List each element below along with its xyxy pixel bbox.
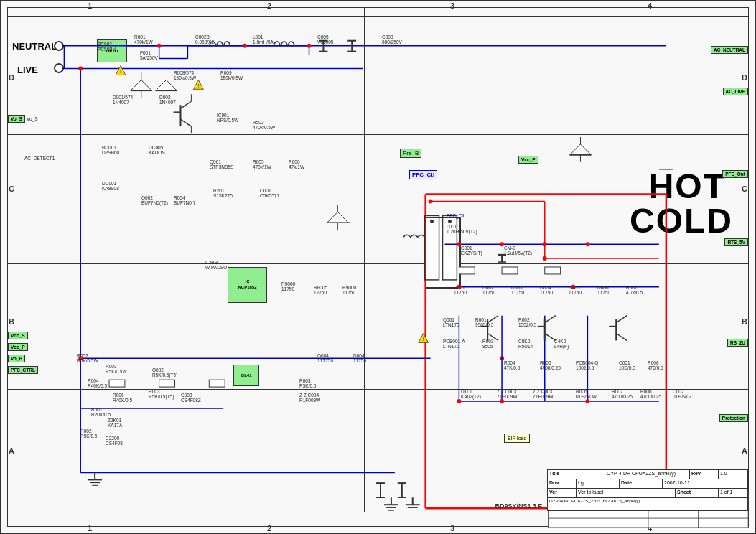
- svg-point-84: [429, 200, 433, 204]
- label-pfc-ctl: PFC_Ctl: [447, 213, 465, 218]
- signal-vcc-p: Vcc_P: [8, 343, 28, 351]
- comp-r23: R004R40K/0.5: [88, 378, 107, 388]
- signal-pfc-out: PFC_Out: [722, 170, 748, 178]
- comp-r7: R201S15K275: [213, 188, 233, 198]
- comp-r5: R005470k/1W: [253, 159, 271, 169]
- comp-q2: Q002BUF7N0(T2): [141, 195, 168, 205]
- comp-r10: R800512750: [314, 285, 327, 295]
- comp-d6: D00411750: [540, 285, 553, 295]
- signal-ac-live: AC_LIVE: [723, 88, 748, 95]
- ic-chip-pwm: ICNCP1652: [228, 267, 267, 303]
- comp-ic2: IC/BRW PADSO: [205, 260, 227, 270]
- comp-d10: Z2K01KA17A: [108, 418, 122, 428]
- comp-r2: R008/574150k/0.5W: [174, 70, 196, 80]
- comp-c6: C001EKZYS(T): [461, 245, 482, 256]
- comp-l2: L0011.2uH/50V(T2): [447, 224, 477, 234]
- comp-d11: D00411750: [353, 353, 366, 363]
- hot-label: HOT: [649, 167, 726, 206]
- comp-c13: C00201F7V0Z: [673, 389, 692, 399]
- comp-r4: R503470k/0.5W: [253, 120, 275, 130]
- comp-c14: C2200CS4F08: [106, 436, 123, 446]
- svg-rect-76: [209, 380, 225, 387]
- comp-d5: D00311750: [511, 285, 524, 295]
- comp-fuse: F0015A/250V: [140, 50, 158, 60]
- comp-r12: R0019505/0.5: [475, 317, 493, 327]
- comp-r18: R008470/0.5: [648, 360, 663, 370]
- svg-marker-54: [419, 334, 429, 343]
- rev-val: 1.0: [719, 470, 747, 479]
- comp-c3: C008680/250V: [382, 34, 402, 44]
- svg-marker-56: [327, 212, 348, 222]
- live-label: LIVE: [17, 65, 38, 75]
- col-marker-2-top: 2: [267, 1, 271, 10]
- cold-label: COLD: [630, 201, 733, 240]
- comp-c2: C005V66005: [317, 34, 333, 44]
- comp-d1: D001/5741N4007: [113, 95, 133, 105]
- schematic-container: 1 2 3 4 1 2 3 4 D C B A D C B A NEUTRAL …: [0, 0, 756, 534]
- neutral-terminal: [54, 41, 64, 51]
- row-marker-c-left: C: [9, 184, 14, 193]
- comp-q1: Q001STP3NB5S: [210, 159, 233, 169]
- svg-line-104: [616, 316, 627, 323]
- comp-d7: D00511750: [569, 285, 582, 295]
- vos-label: Vo_S: [27, 116, 38, 121]
- comp-r9: R900011750: [281, 281, 295, 291]
- comp-r17: R0054700/0.25: [540, 360, 561, 370]
- col-div-3: [551, 7, 551, 512]
- comp-l1: L0011.8mH/5A: [253, 34, 274, 44]
- svg-rect-75: [159, 380, 175, 387]
- ver-label: Ver: [548, 489, 577, 497]
- svg-line-31: [180, 119, 191, 126]
- top-divider: [7, 16, 749, 17]
- col-div-1: [185, 7, 185, 512]
- signal-protection: Protection: [719, 414, 748, 422]
- comp-r19: R00601F2V0W: [576, 389, 597, 399]
- svg-point-121: [543, 242, 547, 246]
- comp-d4: D00211750: [482, 285, 495, 295]
- rev-label: Rev: [690, 470, 719, 479]
- svg-text:!: !: [423, 337, 424, 342]
- col-marker-1-bot: 1: [88, 524, 92, 533]
- title-val: OYP-4 DR CPUA2ZS_annR(y): [605, 470, 690, 479]
- file-val: OYP-4DRCPUA2ZS_2702 (647.4813)_annR(y): [548, 498, 747, 507]
- comp-r25: R001R20K/0.5: [91, 407, 111, 417]
- comp-ic1: IC901NPS/0.5W: [217, 113, 238, 123]
- col-marker-3-bot: 3: [450, 524, 454, 533]
- svg-rect-71: [459, 267, 475, 274]
- comp-d2: D0021N4007: [159, 95, 176, 105]
- sheet-label: Sheet: [676, 489, 719, 497]
- signal-vo-s: Vo_S: [8, 115, 25, 123]
- comp-q8: Q00411T750: [317, 353, 333, 363]
- comp-dc1: DC001KA9S08: [102, 181, 119, 191]
- row-marker-c-right: C: [742, 184, 747, 193]
- comp-r11: R900011750: [342, 285, 356, 295]
- comp-r22: R003R5K/0.5W: [106, 364, 127, 374]
- comp-d3: D00111750: [454, 285, 467, 295]
- comp-r28: R003R5K/0.5: [299, 378, 317, 388]
- sheet-val: 1 of 1: [719, 489, 747, 497]
- ver-val: Ver to label: [577, 489, 676, 497]
- bottom-divider: [7, 512, 749, 512]
- comp-c8: C8K0R5U14: [518, 339, 533, 349]
- comp-r3: R009150k/0.5W: [220, 70, 243, 80]
- row-marker-a-left: A: [9, 446, 14, 455]
- svg-line-105: [616, 334, 627, 341]
- svg-point-125: [585, 399, 589, 403]
- row-marker-d-right: D: [742, 73, 747, 82]
- comp-r16: R00447K/0.5: [504, 360, 520, 370]
- row-div-d: [7, 134, 749, 135]
- ic-chip-gl41: GL41: [233, 365, 259, 386]
- schematic-svg: ! ! !: [1, 1, 755, 533]
- comp-r13: R0021502/0.5: [518, 317, 536, 327]
- comp-q5: D1L1KA02(T2): [461, 389, 481, 399]
- comp-c11: Z Z C003Z1F009W: [497, 389, 518, 399]
- col-marker-2-bot: 2: [267, 524, 271, 533]
- svg-marker-64: [570, 144, 592, 155]
- comp-r1: R001470k/1W: [134, 34, 153, 44]
- comp-c9: C4K0L4R(F): [554, 339, 569, 349]
- title-label: Title: [548, 470, 605, 479]
- svg-text:!: !: [120, 69, 121, 74]
- comp-d8: D00611750: [597, 285, 610, 295]
- comp-c10: C00110D/0.5: [619, 360, 635, 370]
- comp-r14: PCB001-ALTN170: [443, 339, 465, 349]
